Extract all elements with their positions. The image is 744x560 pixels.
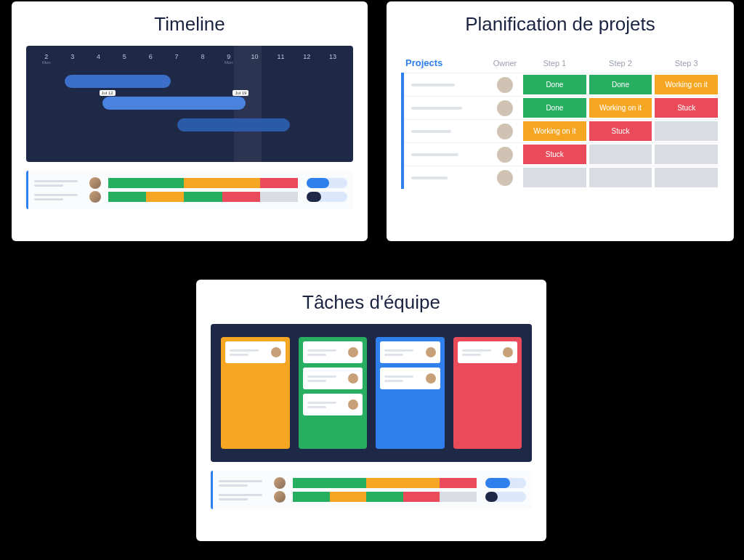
kanban-card[interactable] <box>380 341 440 363</box>
projects-header-label[interactable]: Projects <box>401 57 488 68</box>
kanban-card[interactable] <box>303 368 363 389</box>
project-status-cell[interactable] <box>655 145 718 164</box>
summary-row[interactable] <box>219 491 526 503</box>
gantt-day: 8 <box>190 53 216 65</box>
gantt-day: 6 <box>137 53 163 65</box>
avatar[interactable] <box>503 347 513 357</box>
kanban-card-text-placeholder <box>307 376 336 382</box>
summary-row[interactable] <box>34 191 347 203</box>
kanban-card[interactable] <box>303 341 363 363</box>
avatar[interactable] <box>348 347 358 357</box>
avatar[interactable] <box>271 347 281 357</box>
kanban-card[interactable] <box>303 394 363 415</box>
status-cell[interactable] <box>440 478 477 488</box>
status-cell[interactable] <box>146 192 184 202</box>
gantt-chart[interactable]: 2Mon3456789Mon10111213 Jul 12Jul 19 <box>26 46 353 162</box>
project-status-cell[interactable] <box>655 168 718 187</box>
kanban-column[interactable] <box>221 337 290 449</box>
status-cell[interactable] <box>293 478 330 488</box>
progress-pill[interactable] <box>307 178 347 188</box>
status-cell[interactable] <box>146 178 184 188</box>
project-row[interactable]: DoneDoneWorking on it <box>404 73 719 96</box>
project-status-cell[interactable]: Working on it <box>523 121 586 141</box>
status-cell[interactable] <box>403 492 440 502</box>
project-status-cell[interactable]: Stuck <box>655 98 718 118</box>
status-cell[interactable] <box>366 478 403 488</box>
project-status-cell[interactable]: Working on it <box>655 75 718 94</box>
kanban-card[interactable] <box>380 368 440 389</box>
progress-pill[interactable] <box>485 478 526 488</box>
gantt-bar[interactable] <box>65 75 171 88</box>
status-cell[interactable] <box>260 192 298 202</box>
kanban-column[interactable] <box>453 337 522 449</box>
projects-table-header: Projects Owner Step 1 Step 2 Step 3 <box>401 57 719 68</box>
gantt-bar[interactable]: Jul 12Jul 19 <box>102 97 246 110</box>
status-cell[interactable] <box>330 492 367 502</box>
avatar[interactable] <box>348 373 358 384</box>
gantt-bar[interactable] <box>177 118 290 131</box>
summary-row[interactable] <box>34 177 347 189</box>
project-owner[interactable] <box>488 143 522 166</box>
project-status-cell[interactable]: Stuck <box>523 145 586 164</box>
status-cell[interactable] <box>366 492 403 502</box>
kanban-card[interactable] <box>225 341 286 363</box>
status-cell[interactable] <box>222 192 260 202</box>
status-cell[interactable] <box>330 478 367 488</box>
avatar[interactable] <box>274 491 286 503</box>
avatar[interactable] <box>497 100 513 116</box>
kanban-column[interactable] <box>299 337 368 449</box>
avatar[interactable] <box>274 477 286 489</box>
avatar[interactable] <box>497 123 513 139</box>
progress-pill[interactable] <box>485 492 526 502</box>
project-owner[interactable] <box>488 73 522 96</box>
project-name-placeholder[interactable] <box>404 120 488 142</box>
avatar[interactable] <box>89 191 101 203</box>
kanban-summary <box>211 471 532 509</box>
avatar[interactable] <box>497 147 513 163</box>
projects-header-owner: Owner <box>488 59 522 68</box>
project-status-cell[interactable] <box>589 168 652 187</box>
progress-pill[interactable] <box>307 192 347 202</box>
status-cell[interactable] <box>222 178 260 188</box>
project-row[interactable] <box>404 166 719 189</box>
project-status-cell[interactable]: Stuck <box>589 121 652 141</box>
projects-header-step1: Step 1 <box>522 59 588 68</box>
avatar[interactable] <box>426 373 436 384</box>
status-cell[interactable] <box>440 492 477 502</box>
gantt-bars-area: Jul 12Jul 19 <box>33 70 346 150</box>
kanban-card[interactable] <box>458 341 518 363</box>
projects-header-step2: Step 2 <box>588 59 654 68</box>
project-row[interactable]: Working on itStuck <box>404 119 719 142</box>
project-name-placeholder[interactable] <box>404 166 488 189</box>
project-owner[interactable] <box>488 166 522 189</box>
project-status-cell[interactable]: Done <box>589 75 652 94</box>
project-status-cell[interactable]: Done <box>523 98 586 118</box>
project-name-placeholder[interactable] <box>404 97 488 119</box>
gantt-day: 5 <box>112 53 138 65</box>
summary-row[interactable] <box>219 477 526 489</box>
project-status-cell[interactable] <box>589 145 652 164</box>
avatar[interactable] <box>497 170 513 186</box>
avatar[interactable] <box>348 399 358 410</box>
project-row[interactable]: DoneWorking on itStuck <box>404 96 719 119</box>
status-cell[interactable] <box>108 178 146 188</box>
project-owner[interactable] <box>488 120 522 142</box>
project-status-cell[interactable] <box>655 121 718 141</box>
status-cell[interactable] <box>403 478 440 488</box>
status-cell[interactable] <box>184 178 222 188</box>
status-cell[interactable] <box>108 192 146 202</box>
avatar[interactable] <box>89 177 101 189</box>
kanban-column[interactable] <box>376 337 445 449</box>
project-name-placeholder[interactable] <box>404 73 488 96</box>
project-name-placeholder[interactable] <box>404 143 488 166</box>
avatar[interactable] <box>497 77 513 93</box>
status-cell[interactable] <box>293 492 330 502</box>
project-status-cell[interactable]: Working on it <box>589 98 652 118</box>
project-owner[interactable] <box>488 97 522 119</box>
project-status-cell[interactable] <box>523 168 586 187</box>
avatar[interactable] <box>426 347 436 357</box>
project-row[interactable]: Stuck <box>404 142 719 166</box>
status-cell[interactable] <box>260 178 298 188</box>
status-cell[interactable] <box>184 192 222 202</box>
project-status-cell[interactable]: Done <box>523 75 586 94</box>
